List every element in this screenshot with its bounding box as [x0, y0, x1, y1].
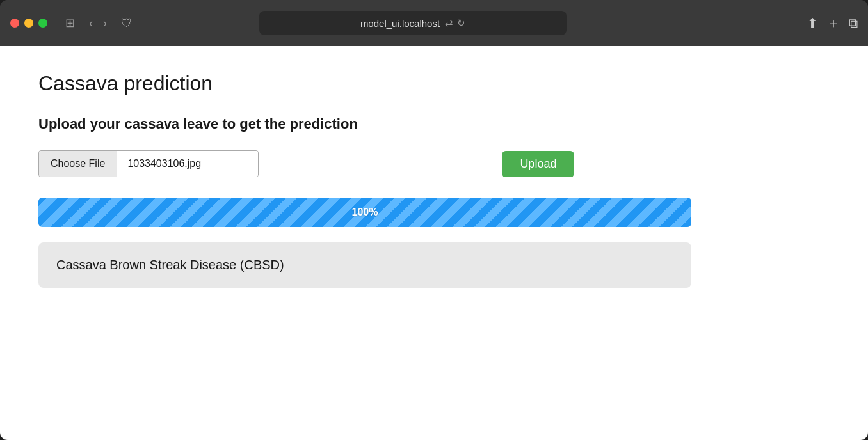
address-icons: ⇄ ↻ [445, 17, 465, 29]
traffic-lights [10, 19, 47, 28]
fullscreen-button[interactable] [38, 19, 47, 28]
upload-button[interactable]: Upload [502, 151, 574, 177]
file-input-wrapper[interactable]: Choose File 1033403106.jpg [38, 150, 259, 177]
upload-row: Choose File 1033403106.jpg Upload [38, 150, 830, 177]
forward-button[interactable]: › [99, 14, 111, 33]
share-button[interactable]: ⬆ [807, 15, 818, 31]
page-title: Cassava prediction [38, 72, 830, 95]
toolbar-right: ⬆ ＋ ⧉ [807, 15, 858, 32]
progress-label: 100% [352, 207, 378, 218]
new-tab-button[interactable]: ＋ [827, 15, 840, 32]
page-content: Cassava prediction Upload your cassava l… [0, 46, 868, 440]
minimize-button[interactable] [24, 19, 33, 28]
sidebar-toggle-icon[interactable]: ⊞ [65, 16, 75, 30]
upload-instruction: Upload your cassava leave to get the pre… [38, 116, 830, 132]
close-button[interactable] [10, 19, 19, 28]
address-text: model_ui.localhost [360, 18, 440, 29]
progress-bar: 100% [38, 198, 691, 227]
choose-file-button[interactable]: Choose File [39, 151, 117, 177]
progress-container: 100% [38, 198, 830, 227]
file-name-display: 1033403106.jpg [117, 151, 258, 177]
result-box: Cassava Brown Streak Disease (CBSD) [38, 242, 691, 288]
result-text: Cassava Brown Streak Disease (CBSD) [56, 258, 284, 272]
reload-icon[interactable]: ↻ [457, 17, 465, 29]
browser-window: ⊞ ‹ › 🛡 model_ui.localhost ⇄ ↻ ⬆ ＋ ⧉ Cas… [0, 0, 868, 440]
address-bar[interactable]: model_ui.localhost ⇄ ↻ [259, 11, 567, 35]
nav-buttons: ‹ › [85, 14, 111, 33]
tabs-button[interactable]: ⧉ [849, 16, 858, 31]
back-button[interactable]: ‹ [85, 14, 97, 33]
shield-icon: 🛡 [121, 17, 133, 30]
title-bar: ⊞ ‹ › 🛡 model_ui.localhost ⇄ ↻ ⬆ ＋ ⧉ [0, 0, 868, 46]
translate-icon[interactable]: ⇄ [445, 17, 453, 29]
